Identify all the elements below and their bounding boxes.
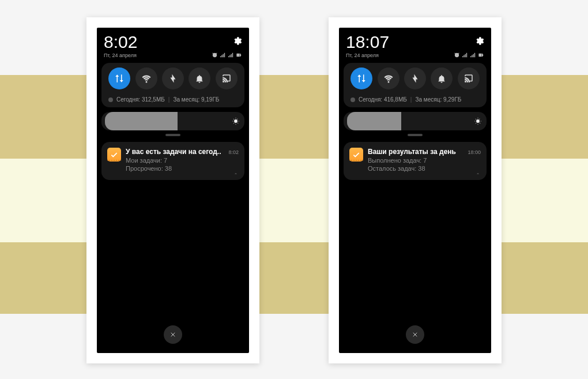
usage-dot-icon bbox=[108, 97, 113, 102]
notification-title: Ваши результаты за день bbox=[368, 148, 456, 156]
check-icon bbox=[110, 151, 118, 159]
status-icons bbox=[212, 52, 242, 58]
date-label: Пт, 24 апреля bbox=[104, 52, 137, 58]
battery-icon bbox=[478, 52, 484, 58]
cast-toggle[interactable] bbox=[216, 67, 238, 89]
chevron-down-icon[interactable] bbox=[475, 171, 481, 177]
cast-icon bbox=[463, 73, 474, 84]
notification-time: 18:00 bbox=[468, 149, 481, 155]
notification-card[interactable]: У вас есть задачи на сегод.. 8:02 Мои за… bbox=[101, 142, 244, 180]
clock: 18:07 bbox=[346, 33, 389, 51]
panel-drag-handle[interactable] bbox=[408, 134, 423, 136]
brightness-high-icon bbox=[232, 117, 240, 125]
clock: 8:02 bbox=[104, 33, 137, 51]
notification-title: У вас есть задачи на сегод.. bbox=[126, 148, 221, 156]
alarm-icon bbox=[454, 52, 460, 58]
flashlight-icon bbox=[168, 73, 178, 84]
mobile-data-toggle[interactable] bbox=[108, 67, 130, 89]
data-month: За месяц: 9,29ГБ bbox=[415, 96, 461, 103]
data-icon bbox=[114, 73, 125, 84]
panel-drag-handle[interactable] bbox=[165, 134, 180, 136]
brightness-high-icon bbox=[474, 117, 482, 125]
divider: | bbox=[168, 96, 170, 103]
bell-icon bbox=[436, 73, 447, 84]
notification-line: Мои задачи: 7 bbox=[126, 157, 239, 164]
cast-icon bbox=[221, 73, 232, 84]
usage-dot-icon bbox=[350, 97, 355, 102]
screenshot-right: 18:07 Пт, 24 апреля bbox=[329, 17, 502, 363]
settings-icon[interactable] bbox=[474, 36, 484, 46]
notification-card[interactable]: Ваши результаты за день 18:00 Выполнено … bbox=[344, 142, 487, 180]
status-icons bbox=[454, 52, 484, 58]
alarm-icon bbox=[212, 52, 218, 58]
cast-toggle[interactable] bbox=[458, 67, 480, 89]
dnd-toggle[interactable] bbox=[189, 67, 210, 89]
mobile-data-toggle[interactable] bbox=[350, 67, 372, 89]
signal-icon bbox=[462, 52, 468, 58]
battery-icon bbox=[236, 52, 242, 58]
date-label: Пт, 24 апреля bbox=[346, 52, 379, 58]
signal-icon bbox=[228, 52, 234, 58]
signal-icon bbox=[470, 52, 476, 58]
wifi-toggle[interactable] bbox=[378, 67, 399, 89]
notification-line: Выполнено задач: 7 bbox=[368, 157, 481, 164]
brightness-slider[interactable] bbox=[344, 112, 487, 130]
data-today: Сегодня: 416,8МБ bbox=[359, 96, 407, 103]
wifi-icon bbox=[141, 73, 152, 84]
quick-settings: Сегодня: 312,5МБ | За месяц: 9,19ГБ bbox=[101, 63, 244, 107]
wifi-toggle[interactable] bbox=[135, 67, 157, 89]
chevron-down-icon[interactable] bbox=[233, 171, 239, 177]
clear-all-button[interactable] bbox=[164, 325, 182, 344]
wifi-icon bbox=[383, 73, 394, 84]
signal-icon bbox=[220, 52, 226, 58]
flashlight-icon bbox=[410, 73, 420, 84]
data-today: Сегодня: 312,5МБ bbox=[116, 96, 165, 103]
app-icon bbox=[349, 148, 363, 162]
clear-all-button[interactable] bbox=[406, 325, 424, 344]
bell-icon bbox=[194, 73, 205, 84]
check-icon bbox=[352, 151, 360, 159]
settings-icon[interactable] bbox=[232, 36, 242, 46]
data-month: За месяц: 9,19ГБ bbox=[173, 96, 219, 103]
quick-settings: Сегодня: 416,8МБ | За месяц: 9,29ГБ bbox=[344, 63, 487, 107]
data-icon bbox=[356, 73, 367, 84]
divider: | bbox=[410, 96, 412, 103]
flashlight-toggle[interactable] bbox=[162, 67, 184, 89]
close-icon bbox=[169, 331, 176, 338]
flashlight-toggle[interactable] bbox=[404, 67, 426, 89]
close-icon bbox=[412, 331, 419, 338]
brightness-slider[interactable] bbox=[101, 112, 244, 130]
screenshot-left: 8:02 Пт, 24 апреля bbox=[86, 17, 259, 363]
notification-line: Осталось задач: 38 bbox=[368, 165, 481, 172]
dnd-toggle[interactable] bbox=[431, 67, 453, 89]
notification-time: 8:02 bbox=[228, 149, 239, 155]
app-icon bbox=[107, 148, 121, 162]
notification-line: Просрочено: 38 bbox=[126, 165, 239, 172]
